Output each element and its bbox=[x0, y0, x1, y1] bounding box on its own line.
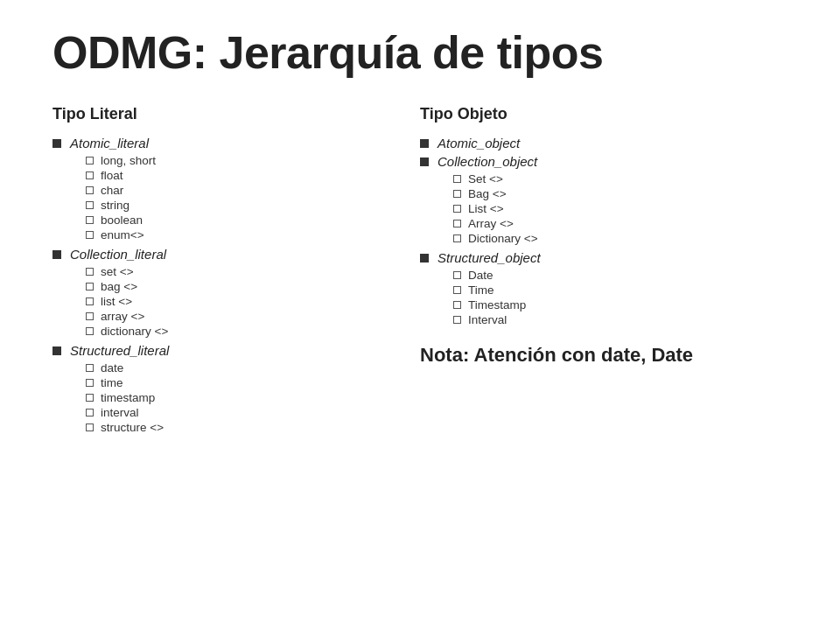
sub-list-item: boolean bbox=[86, 214, 402, 227]
columns-container: Tipo Literal Atomic_literallong, shortfl… bbox=[52, 105, 788, 439]
bullet-square-icon bbox=[420, 158, 429, 166]
sub-bullet-icon bbox=[453, 190, 461, 198]
page-title: ODMG: Jerarquía de tipos bbox=[52, 26, 788, 79]
sub-list-item: Bag <> bbox=[453, 187, 770, 200]
left-column-heading: Tipo Literal bbox=[52, 105, 402, 123]
sub-bullet-icon bbox=[86, 172, 94, 179]
sub-bullet-icon bbox=[453, 234, 461, 242]
sub-list-item: Date bbox=[453, 269, 770, 282]
sub-bullet-icon bbox=[86, 312, 94, 320]
sub-list-item: interval bbox=[86, 406, 402, 419]
sub-bullet-icon bbox=[86, 298, 94, 305]
sub-bullet-icon bbox=[86, 157, 94, 164]
nota-text: Nota: Atención con date, Date bbox=[420, 344, 770, 367]
sub-bullet-icon bbox=[86, 424, 94, 431]
sub-list-item: Set <> bbox=[453, 172, 770, 186]
sub-list-item: Time bbox=[453, 284, 770, 297]
sub-bullet-icon bbox=[86, 201, 94, 209]
sub-bullet-icon bbox=[86, 394, 94, 402]
sub-list-item: enum<> bbox=[86, 228, 402, 242]
sub-bullet-icon bbox=[86, 186, 94, 194]
sub-list-item: Array <> bbox=[453, 217, 770, 230]
left-column: Tipo Literal Atomic_literallong, shortfl… bbox=[52, 105, 420, 439]
sub-bullet-icon bbox=[453, 271, 461, 279]
sub-bullet-icon bbox=[453, 316, 461, 324]
sub-list-item: long, short bbox=[86, 154, 402, 167]
list-item: Structured_literaldatetimetimestampinter… bbox=[52, 343, 402, 434]
sub-list-item: structure <> bbox=[86, 421, 402, 434]
bullet-square-icon bbox=[52, 139, 61, 148]
sub-list-item: float bbox=[86, 169, 402, 182]
list-item: Collection_objectSet <>Bag <>List <>Arra… bbox=[420, 154, 770, 245]
sub-bullet-icon bbox=[453, 286, 461, 294]
sub-list-item: time bbox=[86, 376, 402, 389]
bullet-square-icon bbox=[52, 346, 61, 355]
sub-bullet-icon bbox=[86, 364, 94, 372]
sub-list-item: Interval bbox=[453, 313, 770, 326]
sub-list-item: timestamp bbox=[86, 391, 402, 404]
sub-list-item: set <> bbox=[86, 265, 402, 278]
sub-bullet-icon bbox=[86, 327, 94, 335]
sub-list-item: string bbox=[86, 199, 402, 212]
sub-list-item: date bbox=[86, 361, 402, 374]
left-items-list: Atomic_literallong, shortfloatcharstring… bbox=[52, 136, 402, 434]
sub-bullet-icon bbox=[86, 216, 94, 224]
right-column: Tipo Objeto Atomic_objectCollection_obje… bbox=[420, 105, 788, 439]
sub-list-item: char bbox=[86, 184, 402, 197]
bullet-square-icon bbox=[420, 254, 429, 262]
list-item: Collection_literalset <>bag <>list <>arr… bbox=[52, 247, 402, 338]
sub-list-item: List <> bbox=[453, 202, 770, 215]
sub-bullet-icon bbox=[86, 379, 94, 387]
sub-bullet-icon bbox=[86, 268, 94, 276]
bullet-square-icon bbox=[52, 250, 61, 259]
sub-list-item: dictionary <> bbox=[86, 325, 402, 338]
sub-list-item: array <> bbox=[86, 310, 402, 323]
right-items-list: Atomic_objectCollection_objectSet <>Bag … bbox=[420, 136, 770, 326]
sub-list-item: Dictionary <> bbox=[453, 232, 770, 245]
sub-list-item: list <> bbox=[86, 295, 402, 308]
sub-bullet-icon bbox=[86, 409, 94, 416]
sub-bullet-icon bbox=[453, 175, 461, 183]
bullet-square-icon bbox=[420, 139, 429, 148]
sub-list-item: bag <> bbox=[86, 280, 402, 293]
list-item: Atomic_object bbox=[420, 136, 770, 150]
right-column-heading: Tipo Objeto bbox=[420, 105, 770, 123]
sub-list-item: Timestamp bbox=[453, 298, 770, 312]
list-item: Structured_objectDateTimeTimestampInterv… bbox=[420, 250, 770, 326]
sub-bullet-icon bbox=[453, 205, 461, 213]
list-item: Atomic_literallong, shortfloatcharstring… bbox=[52, 136, 402, 242]
sub-bullet-icon bbox=[86, 283, 94, 290]
sub-bullet-icon bbox=[86, 231, 94, 239]
sub-bullet-icon bbox=[453, 301, 461, 309]
sub-bullet-icon bbox=[453, 220, 461, 228]
